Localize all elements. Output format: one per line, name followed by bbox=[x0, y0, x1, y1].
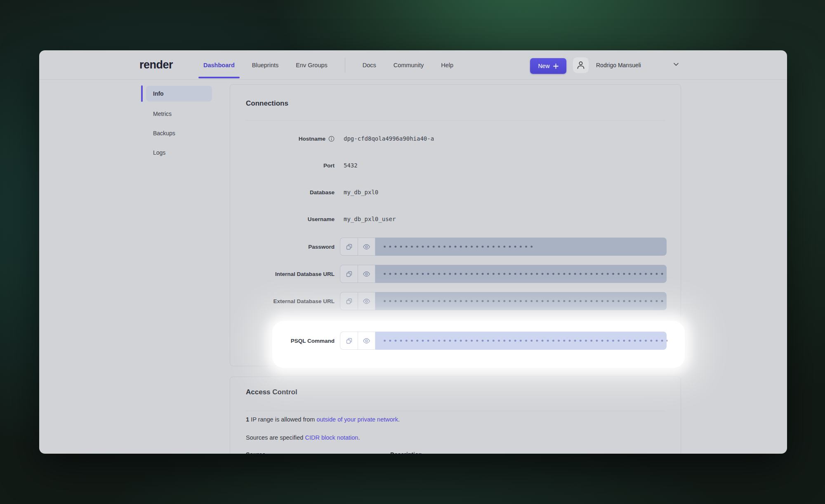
hostname-label: Hostname bbox=[230, 130, 335, 148]
internal-url-masked-field[interactable] bbox=[375, 265, 667, 283]
eye-button[interactable] bbox=[358, 292, 375, 310]
port-value: 5432 bbox=[344, 156, 358, 174]
external-url-label: External Database URL bbox=[230, 292, 335, 310]
hostname-value: dpg-cfd8qola4996a90hia40-a bbox=[344, 130, 434, 148]
nav-item-docs[interactable]: Docs bbox=[363, 62, 376, 68]
access-control-divider bbox=[246, 411, 666, 411]
chevron-down-icon[interactable] bbox=[673, 61, 679, 68]
sources-line: Sources are specified CIDR block notatio… bbox=[246, 434, 360, 441]
row-psql-command: PSQL Command bbox=[230, 332, 681, 350]
cidr-notation-link[interactable]: CIDR block notation bbox=[305, 434, 358, 441]
username-value: my_db_pxl0_user bbox=[344, 210, 396, 228]
copy-button[interactable] bbox=[340, 238, 358, 256]
eye-button[interactable] bbox=[358, 265, 375, 283]
render-logo[interactable]: render bbox=[139, 50, 173, 80]
ip-range-line: 1 IP range is allowed from outside of yo… bbox=[246, 416, 400, 423]
psql-command-dots bbox=[382, 332, 667, 350]
nav-divider bbox=[345, 58, 345, 73]
description-column-header: Description bbox=[390, 451, 422, 454]
user-name[interactable]: Rodrigo Mansueli bbox=[596, 50, 641, 80]
row-port: Port 5432 bbox=[230, 156, 681, 174]
database-value: my_db_pxl0 bbox=[344, 183, 378, 201]
copy-button[interactable] bbox=[340, 332, 358, 350]
internal-url-label: Internal Database URL bbox=[230, 265, 335, 283]
row-internal-url: Internal Database URL bbox=[230, 265, 681, 283]
password-label: Password bbox=[230, 238, 335, 256]
copy-button[interactable] bbox=[340, 265, 358, 283]
sidebar-item-info[interactable]: Info bbox=[153, 90, 164, 97]
username-label: Username bbox=[230, 210, 335, 228]
app-window: render Dashboard Blueprints Env Groups D… bbox=[39, 50, 787, 454]
password-masked-field[interactable] bbox=[375, 238, 667, 256]
row-username: Username my_db_pxl0_user bbox=[230, 210, 681, 228]
internal-url-dots bbox=[382, 265, 666, 283]
connections-title: Connections bbox=[246, 99, 288, 108]
copy-button[interactable] bbox=[340, 292, 358, 310]
row-hostname: Hostname dpg-cfd8qola4996a90hia40-a bbox=[230, 130, 681, 148]
plus-icon bbox=[553, 64, 559, 69]
nav-item-community[interactable]: Community bbox=[394, 62, 424, 68]
eye-button[interactable] bbox=[358, 332, 375, 350]
sidebar-item-logs[interactable]: Logs bbox=[153, 149, 165, 156]
ip-range-count: 1 bbox=[246, 416, 249, 423]
password-dots bbox=[382, 238, 535, 256]
eye-button[interactable] bbox=[358, 238, 375, 256]
port-label: Port bbox=[230, 156, 335, 174]
user-avatar[interactable] bbox=[573, 57, 589, 73]
external-url-masked-field[interactable] bbox=[375, 292, 667, 310]
sidebar-active-indicator bbox=[141, 85, 143, 102]
nav-links: Dashboard Blueprints Env Groups Docs Com… bbox=[203, 50, 453, 80]
row-database: Database my_db_pxl0 bbox=[230, 183, 681, 201]
nav-item-blueprints[interactable]: Blueprints bbox=[252, 62, 278, 68]
sidebar-item-backups[interactable]: Backups bbox=[153, 130, 175, 137]
person-icon bbox=[575, 60, 586, 71]
database-label: Database bbox=[230, 183, 335, 201]
access-control-title: Access Control bbox=[246, 388, 297, 396]
nav-item-env-groups[interactable]: Env Groups bbox=[296, 62, 328, 68]
top-navbar: render Dashboard Blueprints Env Groups D… bbox=[39, 50, 787, 80]
connections-divider bbox=[246, 120, 666, 120]
new-button[interactable]: New bbox=[530, 58, 566, 74]
info-icon[interactable] bbox=[328, 136, 335, 142]
nav-item-dashboard[interactable]: Dashboard bbox=[203, 62, 235, 68]
source-column-header: Source bbox=[246, 451, 265, 454]
sidebar-item-metrics[interactable]: Metrics bbox=[153, 111, 172, 117]
access-control-panel: Access Control 1 IP range is allowed fro… bbox=[230, 377, 681, 454]
new-button-label: New bbox=[538, 63, 549, 69]
nav-item-help[interactable]: Help bbox=[441, 62, 453, 68]
psql-command-label: PSQL Command bbox=[230, 332, 335, 350]
external-url-dots bbox=[382, 292, 666, 310]
psql-command-masked-field[interactable] bbox=[375, 332, 667, 350]
private-network-link[interactable]: outside of your private network bbox=[316, 416, 398, 423]
row-password: Password bbox=[230, 238, 681, 256]
row-external-url: External Database URL bbox=[230, 292, 681, 310]
